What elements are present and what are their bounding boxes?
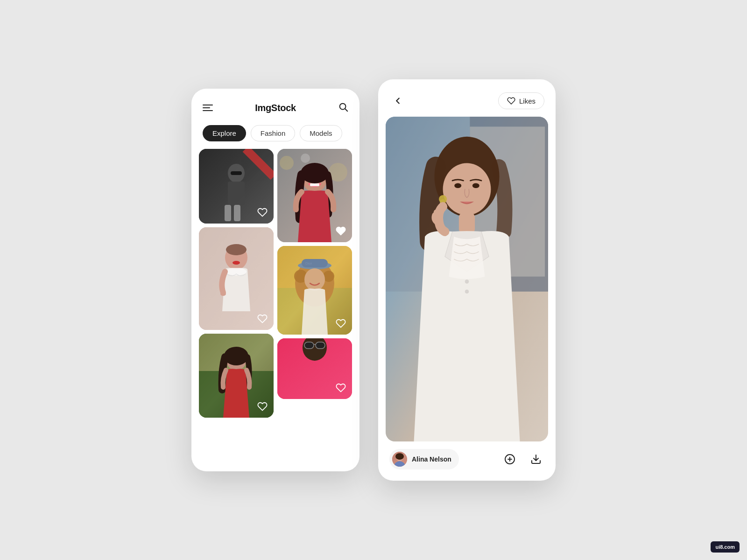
- like-button-3[interactable]: [256, 400, 269, 413]
- detail-header: Likes: [378, 79, 556, 117]
- app-title: ImgStock: [255, 103, 296, 113]
- heart-icon: [257, 207, 268, 217]
- search-button[interactable]: [338, 102, 348, 114]
- tab-explore[interactable]: Explore: [203, 125, 246, 141]
- download-button[interactable]: [528, 451, 544, 468]
- screens-container: ImgStock Explore Fashion Models: [191, 79, 556, 481]
- author-avatar: [392, 452, 407, 467]
- svg-rect-6: [225, 205, 231, 221]
- svg-point-60: [395, 453, 404, 460]
- likes-button[interactable]: Likes: [498, 92, 544, 109]
- like-button-1[interactable]: [256, 206, 269, 219]
- svg-point-57: [465, 289, 469, 294]
- detail-image-svg: [386, 117, 548, 441]
- app-header: ImgStock: [191, 89, 359, 121]
- svg-point-15: [220, 292, 226, 296]
- svg-point-22: [280, 156, 294, 170]
- author-name: Alina Nelson: [412, 455, 451, 463]
- watermark: ui8.com: [711, 541, 740, 553]
- detail-photo: [386, 117, 548, 441]
- tab-fashion[interactable]: Fashion: [251, 125, 295, 141]
- svg-point-13: [233, 261, 240, 265]
- svg-rect-8: [231, 171, 242, 175]
- like-button-5[interactable]: [334, 317, 347, 330]
- grid-col-2: Dior: [277, 149, 352, 471]
- menu-button[interactable]: [203, 105, 213, 111]
- svg-rect-55: [459, 213, 475, 233]
- heart-icon: [257, 314, 268, 324]
- svg-point-39: [304, 268, 325, 291]
- svg-point-24: [301, 154, 310, 163]
- svg-rect-42: [304, 342, 314, 349]
- svg-point-50: [443, 163, 491, 215]
- detail-footer: Alina Nelson: [378, 441, 556, 481]
- list-item[interactable]: Dior: [277, 246, 352, 335]
- svg-rect-43: [316, 342, 325, 349]
- left-screen: ImgStock Explore Fashion Models: [191, 89, 359, 471]
- tab-models[interactable]: Models: [300, 125, 342, 141]
- list-item[interactable]: [199, 334, 274, 418]
- svg-line-1: [345, 109, 348, 112]
- download-icon: [530, 454, 542, 465]
- plus-circle-icon: [504, 454, 515, 465]
- search-icon: [338, 102, 348, 112]
- grid-col-1: [199, 149, 274, 471]
- likes-label: Likes: [519, 97, 536, 105]
- svg-rect-5: [228, 182, 245, 205]
- list-item[interactable]: [199, 227, 274, 330]
- like-button-4[interactable]: [334, 224, 347, 238]
- heart-icon: [257, 401, 268, 412]
- back-icon: [393, 96, 403, 106]
- svg-point-52: [472, 183, 479, 188]
- list-item[interactable]: [277, 149, 352, 242]
- svg-point-0: [340, 104, 346, 110]
- back-button[interactable]: [389, 92, 406, 109]
- svg-rect-7: [234, 205, 240, 221]
- svg-point-56: [465, 280, 469, 284]
- svg-rect-27: [310, 183, 319, 186]
- heart-icon: [507, 97, 515, 105]
- like-button-2[interactable]: [256, 312, 269, 325]
- heart-icon-filled: [336, 226, 346, 236]
- svg-text:Dior: Dior: [305, 261, 312, 266]
- svg-point-51: [454, 183, 461, 188]
- list-item[interactable]: [199, 149, 274, 224]
- action-buttons: [501, 451, 544, 468]
- svg-point-12: [226, 244, 247, 255]
- tab-bar: Explore Fashion Models: [191, 121, 359, 149]
- heart-icon: [336, 318, 346, 329]
- heart-icon: [336, 383, 346, 393]
- right-screen: Likes: [378, 79, 556, 481]
- like-button-6[interactable]: [334, 381, 347, 394]
- list-item[interactable]: [277, 338, 352, 399]
- avatar-image: [392, 452, 407, 467]
- add-button[interactable]: [501, 451, 518, 468]
- photo-grid: Dior: [191, 149, 359, 471]
- author-info[interactable]: Alina Nelson: [389, 449, 459, 469]
